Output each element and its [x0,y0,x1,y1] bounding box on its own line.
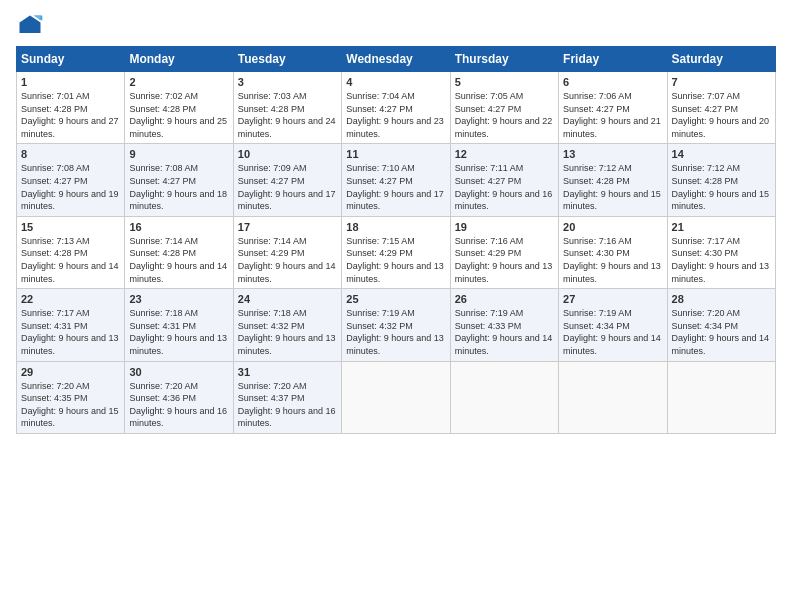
calendar-cell: 24 Sunrise: 7:18 AMSunset: 4:32 PMDaylig… [233,289,341,361]
calendar-cell: 21 Sunrise: 7:17 AMSunset: 4:30 PMDaylig… [667,216,775,288]
cell-info: Sunrise: 7:10 AMSunset: 4:27 PMDaylight:… [346,163,444,211]
cell-info: Sunrise: 7:08 AMSunset: 4:27 PMDaylight:… [129,163,227,211]
calendar-cell: 20 Sunrise: 7:16 AMSunset: 4:30 PMDaylig… [559,216,667,288]
day-number: 13 [563,148,662,160]
calendar-cell: 4 Sunrise: 7:04 AMSunset: 4:27 PMDayligh… [342,72,450,144]
page: SundayMondayTuesdayWednesdayThursdayFrid… [0,0,792,612]
calendar: SundayMondayTuesdayWednesdayThursdayFrid… [16,46,776,434]
calendar-cell: 28 Sunrise: 7:20 AMSunset: 4:34 PMDaylig… [667,289,775,361]
day-number: 26 [455,293,554,305]
cell-info: Sunrise: 7:06 AMSunset: 4:27 PMDaylight:… [563,91,661,139]
cell-info: Sunrise: 7:03 AMSunset: 4:28 PMDaylight:… [238,91,336,139]
cell-info: Sunrise: 7:11 AMSunset: 4:27 PMDaylight:… [455,163,553,211]
day-number: 4 [346,76,445,88]
week-row-2: 8 Sunrise: 7:08 AMSunset: 4:27 PMDayligh… [17,144,776,216]
calendar-cell: 8 Sunrise: 7:08 AMSunset: 4:27 PMDayligh… [17,144,125,216]
day-number: 16 [129,221,228,233]
calendar-cell: 17 Sunrise: 7:14 AMSunset: 4:29 PMDaylig… [233,216,341,288]
cell-info: Sunrise: 7:19 AMSunset: 4:33 PMDaylight:… [455,308,553,356]
day-number: 15 [21,221,120,233]
calendar-cell: 19 Sunrise: 7:16 AMSunset: 4:29 PMDaylig… [450,216,558,288]
week-row-3: 15 Sunrise: 7:13 AMSunset: 4:28 PMDaylig… [17,216,776,288]
logo [16,12,48,40]
cell-info: Sunrise: 7:19 AMSunset: 4:32 PMDaylight:… [346,308,444,356]
day-number: 7 [672,76,771,88]
calendar-cell: 16 Sunrise: 7:14 AMSunset: 4:28 PMDaylig… [125,216,233,288]
day-header-wednesday: Wednesday [342,47,450,72]
calendar-cell: 5 Sunrise: 7:05 AMSunset: 4:27 PMDayligh… [450,72,558,144]
calendar-cell: 25 Sunrise: 7:19 AMSunset: 4:32 PMDaylig… [342,289,450,361]
calendar-cell: 27 Sunrise: 7:19 AMSunset: 4:34 PMDaylig… [559,289,667,361]
calendar-cell: 9 Sunrise: 7:08 AMSunset: 4:27 PMDayligh… [125,144,233,216]
calendar-cell: 23 Sunrise: 7:18 AMSunset: 4:31 PMDaylig… [125,289,233,361]
calendar-cell: 15 Sunrise: 7:13 AMSunset: 4:28 PMDaylig… [17,216,125,288]
day-header-saturday: Saturday [667,47,775,72]
cell-info: Sunrise: 7:13 AMSunset: 4:28 PMDaylight:… [21,236,119,284]
day-number: 24 [238,293,337,305]
day-header-sunday: Sunday [17,47,125,72]
cell-info: Sunrise: 7:04 AMSunset: 4:27 PMDaylight:… [346,91,444,139]
calendar-cell: 30 Sunrise: 7:20 AMSunset: 4:36 PMDaylig… [125,361,233,433]
day-number: 11 [346,148,445,160]
week-row-4: 22 Sunrise: 7:17 AMSunset: 4:31 PMDaylig… [17,289,776,361]
cell-info: Sunrise: 7:19 AMSunset: 4:34 PMDaylight:… [563,308,661,356]
calendar-cell: 1 Sunrise: 7:01 AMSunset: 4:28 PMDayligh… [17,72,125,144]
day-number: 31 [238,366,337,378]
day-number: 1 [21,76,120,88]
day-header-monday: Monday [125,47,233,72]
day-header-tuesday: Tuesday [233,47,341,72]
cell-info: Sunrise: 7:12 AMSunset: 4:28 PMDaylight:… [563,163,661,211]
cell-info: Sunrise: 7:20 AMSunset: 4:34 PMDaylight:… [672,308,770,356]
week-row-1: 1 Sunrise: 7:01 AMSunset: 4:28 PMDayligh… [17,72,776,144]
calendar-cell: 31 Sunrise: 7:20 AMSunset: 4:37 PMDaylig… [233,361,341,433]
cell-info: Sunrise: 7:16 AMSunset: 4:30 PMDaylight:… [563,236,661,284]
calendar-cell: 29 Sunrise: 7:20 AMSunset: 4:35 PMDaylig… [17,361,125,433]
cell-info: Sunrise: 7:14 AMSunset: 4:29 PMDaylight:… [238,236,336,284]
week-row-5: 29 Sunrise: 7:20 AMSunset: 4:35 PMDaylig… [17,361,776,433]
day-number: 25 [346,293,445,305]
day-number: 22 [21,293,120,305]
cell-info: Sunrise: 7:16 AMSunset: 4:29 PMDaylight:… [455,236,553,284]
day-number: 2 [129,76,228,88]
calendar-cell [450,361,558,433]
day-number: 23 [129,293,228,305]
day-number: 20 [563,221,662,233]
day-number: 29 [21,366,120,378]
day-number: 10 [238,148,337,160]
day-number: 18 [346,221,445,233]
calendar-cell [667,361,775,433]
day-number: 14 [672,148,771,160]
calendar-cell: 12 Sunrise: 7:11 AMSunset: 4:27 PMDaylig… [450,144,558,216]
svg-marker-0 [20,16,41,34]
cell-info: Sunrise: 7:20 AMSunset: 4:36 PMDaylight:… [129,381,227,429]
calendar-cell: 11 Sunrise: 7:10 AMSunset: 4:27 PMDaylig… [342,144,450,216]
calendar-cell: 22 Sunrise: 7:17 AMSunset: 4:31 PMDaylig… [17,289,125,361]
calendar-cell: 7 Sunrise: 7:07 AMSunset: 4:27 PMDayligh… [667,72,775,144]
day-number: 5 [455,76,554,88]
calendar-cell: 3 Sunrise: 7:03 AMSunset: 4:28 PMDayligh… [233,72,341,144]
day-number: 6 [563,76,662,88]
calendar-cell [342,361,450,433]
cell-info: Sunrise: 7:17 AMSunset: 4:30 PMDaylight:… [672,236,770,284]
cell-info: Sunrise: 7:14 AMSunset: 4:28 PMDaylight:… [129,236,227,284]
day-number: 30 [129,366,228,378]
day-number: 12 [455,148,554,160]
cell-info: Sunrise: 7:09 AMSunset: 4:27 PMDaylight:… [238,163,336,211]
day-number: 8 [21,148,120,160]
day-number: 3 [238,76,337,88]
header-row: SundayMondayTuesdayWednesdayThursdayFrid… [17,47,776,72]
header [16,12,776,40]
cell-info: Sunrise: 7:02 AMSunset: 4:28 PMDaylight:… [129,91,227,139]
day-header-thursday: Thursday [450,47,558,72]
cell-info: Sunrise: 7:07 AMSunset: 4:27 PMDaylight:… [672,91,770,139]
day-header-friday: Friday [559,47,667,72]
calendar-cell: 6 Sunrise: 7:06 AMSunset: 4:27 PMDayligh… [559,72,667,144]
cell-info: Sunrise: 7:05 AMSunset: 4:27 PMDaylight:… [455,91,553,139]
cell-info: Sunrise: 7:20 AMSunset: 4:35 PMDaylight:… [21,381,119,429]
cell-info: Sunrise: 7:18 AMSunset: 4:31 PMDaylight:… [129,308,227,356]
calendar-cell: 26 Sunrise: 7:19 AMSunset: 4:33 PMDaylig… [450,289,558,361]
cell-info: Sunrise: 7:18 AMSunset: 4:32 PMDaylight:… [238,308,336,356]
cell-info: Sunrise: 7:12 AMSunset: 4:28 PMDaylight:… [672,163,770,211]
calendar-cell: 10 Sunrise: 7:09 AMSunset: 4:27 PMDaylig… [233,144,341,216]
cell-info: Sunrise: 7:01 AMSunset: 4:28 PMDaylight:… [21,91,119,139]
